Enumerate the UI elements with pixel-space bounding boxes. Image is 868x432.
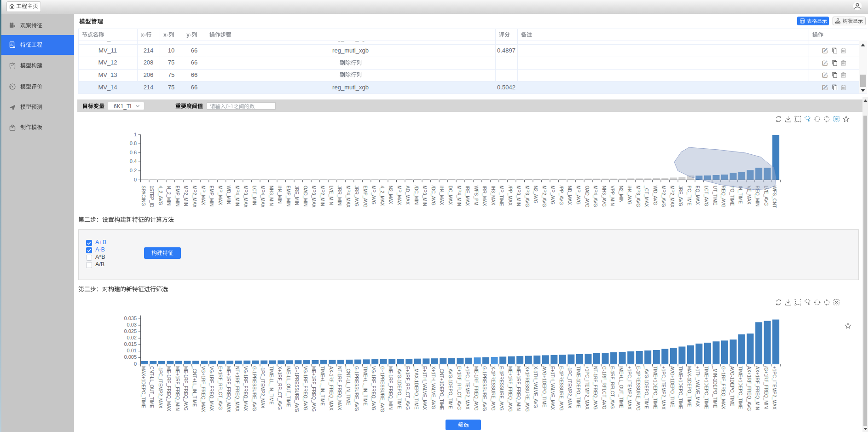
svg-text:AVG-1DEPO_TIME: AVG-1DEPO_TIME	[729, 366, 735, 406]
svg-text:IME+LL_OUT_TIME: IME+LL_OUT_TIME	[619, 366, 624, 408]
svg-text:MP4_MIN: MP4_MIN	[235, 186, 240, 206]
svg-text:_MAX-1DEPO_TIME: _MAX-1DEPO_TIME	[414, 366, 419, 409]
svg-text:WFS_PM: WFS_PM	[474, 186, 479, 205]
svg-text:TIME+1DEPO_TIME: TIME+1DEPO_TIME	[738, 366, 743, 409]
svg-text:OAD_AVG: OAD_AVG	[584, 186, 590, 208]
svg-text:iH4_MAX: iH4_MAX	[439, 186, 444, 205]
svg-text:SPACING: SPACING	[141, 186, 146, 206]
svg-text:+1PC_ITEMP2_MAX: +1PC_ITEMP2_MAX	[584, 366, 590, 410]
svg-text:AX-1RF_FREQ_MAX: AX-1RF_FREQ_MAX	[329, 366, 334, 410]
svg-text:ME+1RF_FREQ_MIN: ME+1RF_FREQ_MIN	[175, 366, 180, 411]
svg-text:MP2_AVG: MP2_AVG	[661, 186, 666, 207]
svg-text:MP3_AVG: MP3_AVG	[636, 186, 641, 207]
svg-text:_CNT+LL_IN_TIME: _CNT+LL_IN_TIME	[192, 366, 197, 407]
svg-text:+1PC_ITEMP2_MAX: +1PC_ITEMP2_MAX	[465, 366, 470, 410]
svg-text:G-1PRESSURE_AVG: G-1PRESSURE_AVG	[252, 366, 257, 411]
svg-text:MP3_MIN: MP3_MIN	[516, 186, 521, 206]
svg-text:G+1RF_FREQ_MAX: G+1RF_FREQ_MAX	[721, 366, 726, 409]
svg-text:IH3_MAX: IH3_MAX	[491, 186, 496, 205]
svg-text:4_2_MAX: 4_2_MAX	[380, 186, 385, 206]
svg-text:ND_MAX: ND_MAX	[567, 186, 572, 205]
svg-text:ME-1RF_FREQ_AVG: ME-1RF_FREQ_AVG	[183, 366, 188, 411]
svg-text:AVG+1DEPO_TIME: AVG+1DEPO_TIME	[542, 366, 547, 408]
svg-text:ME+1RF_FREQ_AVG: ME+1RF_FREQ_AVG	[311, 366, 316, 412]
svg-text:IRE_MAX: IRE_MAX	[465, 186, 470, 206]
svg-text:1: 1	[134, 132, 137, 137]
svg-text:+1PC_ITEMP2_MAX: +1PC_ITEMP2_MAX	[627, 366, 632, 410]
svg-text:MP3_MIN: MP3_MIN	[422, 186, 427, 206]
svg-text:MP3_MAX: MP3_MAX	[311, 186, 316, 208]
svg-text:iH4_MIN: iH4_MIN	[277, 186, 282, 204]
svg-text:MP_AVG: MP_AVG	[576, 186, 581, 204]
svg-text:G-1PRESSURE_AVG: G-1PRESSURE_AVG	[482, 366, 487, 411]
svg-text:iH4_AVG: iH4_AVG	[627, 186, 632, 204]
svg-text:VG-1RF_FREQ_AVG: VG-1RF_FREQ_AVG	[371, 366, 376, 410]
svg-text:ME-1RF_FREQ_MIN: ME-1RF_FREQ_MIN	[388, 366, 393, 409]
svg-text:E+1RF_RFLCT_AVG: E+1RF_RFLCT_AVG	[218, 366, 223, 410]
svg-text:/DC_MIN: /DC_MIN	[414, 186, 419, 204]
svg-text:MP_AVG: MP_AVG	[550, 186, 555, 204]
svg-text:0: 0	[134, 361, 137, 367]
svg-text:AX+1RF_FREQ_AVG: AX+1RF_FREQ_AVG	[746, 366, 752, 411]
svg-text:_AVG-1DEPO_TIME: _AVG-1DEPO_TIME	[397, 366, 402, 409]
svg-text:MP2_AVG: MP2_AVG	[542, 186, 547, 207]
svg-text:MP2_MAX: MP2_MAX	[192, 186, 197, 208]
svg-text:UT_TIME: UT_TIME	[712, 186, 718, 205]
svg-text:0.015: 0.015	[124, 341, 137, 347]
svg-text:N2_MAX: N2_MAX	[388, 186, 393, 204]
svg-text:MAX-1DEPO_TIME: MAX-1DEPO_TIME	[687, 366, 692, 407]
svg-text:MP_TIME: MP_TIME	[499, 186, 504, 206]
svg-text:NT-1RF_FREQ_MAX: NT-1RF_FREQ_MAX	[337, 366, 342, 410]
svg-text:E-1PRESSURE_AVG: E-1PRESSURE_AVG	[499, 366, 504, 411]
svg-text:MP_MAX: MP_MAX	[201, 186, 206, 205]
svg-text:JRE_AVG: JRE_AVG	[678, 186, 683, 206]
svg-text:LVE_MIN: LVE_MIN	[329, 186, 334, 205]
svg-text:JRE_MIN: JRE_MIN	[294, 186, 299, 205]
svg-text:ME-1RF_FREQ_MAX: ME-1RF_FREQ_MAX	[166, 366, 171, 411]
svg-text:MAX+1DEPO_TIME: MAX+1DEPO_TIME	[141, 366, 146, 408]
svg-text:E+1RF_RFLCT_AVG: E+1RF_RFLCT_AVG	[405, 366, 410, 410]
svg-text:0.6: 0.6	[130, 150, 137, 155]
svg-text:NH3_AVG: NH3_AVG	[602, 186, 607, 207]
svg-text:+1PC_ITEMP2_MAX: +1PC_ITEMP2_MAX	[772, 366, 777, 410]
svg-text:IME-LL_OUT_TIME: IME-LL_OUT_TIME	[286, 366, 291, 407]
svg-text:-1PC_ITEMP2_MAX: -1PC_ITEMP2_MAX	[567, 366, 572, 409]
svg-text:X-1TH_VALVE_AVG: X-1TH_VALVE_AVG	[533, 366, 538, 408]
svg-text:G+1PRESSURE_AVG: G+1PRESSURE_AVG	[294, 366, 299, 412]
svg-text:DC_MAX: DC_MAX	[448, 186, 453, 205]
svg-text:X+1PRESSURE_AVG: X+1PRESSURE_AVG	[525, 366, 530, 412]
svg-text:ME+1RF_FREQ_MIN: ME+1RF_FREQ_MIN	[516, 366, 521, 411]
svg-text:-1PC_ITEMP2_MAX: -1PC_ITEMP2_MAX	[158, 366, 163, 409]
svg-text:VG-1RF_FREQ_MAX: VG-1RF_FREQ_MAX	[209, 366, 214, 411]
svg-text:/PP_MAX: /PP_MAX	[508, 186, 513, 206]
svg-text:EQ_MAX: EQ_MAX	[695, 186, 700, 205]
svg-text:VPP_MIN: VPP_MIN	[610, 186, 615, 206]
svg-text:IRR_MAX: IRR_MAX	[482, 186, 487, 206]
svg-text:E+1TH_VALVE_MAX: E+1TH_VALVE_MAX	[550, 366, 555, 410]
svg-text:MP4_AVG: MP4_AVG	[593, 186, 598, 207]
svg-text:TIME+LL_IN_TIME: TIME+LL_IN_TIME	[363, 366, 368, 406]
svg-text:MP_AVG: MP_AVG	[371, 186, 376, 204]
svg-text:_CT_MAX: _CT_MAX	[644, 185, 649, 207]
svg-text:ME+1RF_FREQ_AVG: ME+1RF_FREQ_AVG	[508, 366, 513, 412]
svg-text:/G+1RF_FREQ_MIN: /G+1RF_FREQ_MIN	[764, 366, 769, 409]
svg-text:EMP_AVG: EMP_AVG	[363, 186, 368, 208]
svg-text:MP2_MIN: MP2_MIN	[183, 186, 188, 206]
svg-text:MP4_MIN: MP4_MIN	[457, 186, 462, 206]
svg-text:_AVG-1DEPO_TIME: _AVG-1DEPO_TIME	[644, 366, 649, 409]
svg-text:EMP_MIN: EMP_MIN	[175, 186, 180, 207]
svg-text:G+1PRESSURE_AVG: G+1PRESSURE_AVG	[380, 366, 385, 412]
svg-text:MP2_MIN: MP2_MIN	[320, 186, 325, 206]
svg-text:+1PC_ITEMP2_MAX: +1PC_ITEMP2_MAX	[661, 366, 666, 410]
svg-text:LCT_MIN: LCT_MIN	[252, 186, 257, 205]
svg-text:I4_2_MIN: I4_2_MIN	[166, 186, 171, 205]
svg-text:+1TH_VALVE_MAX: +1TH_VALVE_MAX	[695, 366, 700, 407]
svg-text:NT+1RF_FREQ_MAX: NT+1RF_FREQ_MAX	[235, 366, 240, 412]
svg-text:G-1RF_RFLCT_AVG: G-1RF_RFLCT_AVG	[602, 366, 607, 409]
svg-text:PC_TIME: PC_TIME	[687, 186, 692, 206]
svg-text:/PP_AVG: /PP_AVG	[559, 186, 564, 205]
svg-text:X+1RF_RFLCT_AVG: X+1RF_RFLCT_AVG	[277, 366, 282, 410]
svg-text:X+1TH_VALVE_AVG: X+1TH_VALVE_AVG	[431, 366, 436, 409]
svg-text:LCT_AVG: LCT_AVG	[704, 186, 709, 206]
svg-text:VG-1RF_FREQ_AVG: VG-1RF_FREQ_AVG	[303, 366, 308, 410]
